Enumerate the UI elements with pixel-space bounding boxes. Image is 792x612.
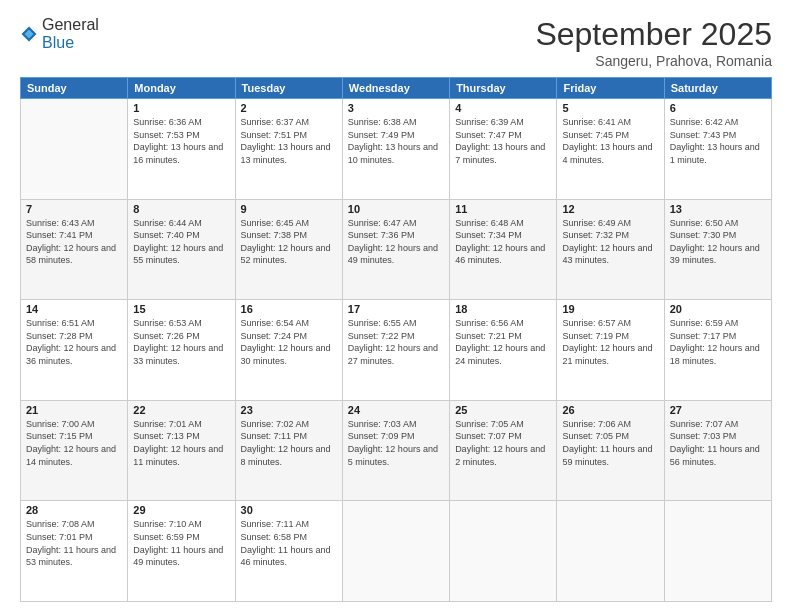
day-cell: 29Sunrise: 7:10 AMSunset: 6:59 PMDayligh… [128, 501, 235, 602]
day-number: 13 [670, 203, 766, 215]
day-detail: Sunrise: 6:56 AMSunset: 7:21 PMDaylight:… [455, 317, 551, 367]
day-number: 5 [562, 102, 658, 114]
page: General Blue September 2025 Sangeru, Pra… [0, 0, 792, 612]
day-cell: 13Sunrise: 6:50 AMSunset: 7:30 PMDayligh… [664, 199, 771, 300]
day-detail: Sunrise: 7:00 AMSunset: 7:15 PMDaylight:… [26, 418, 122, 468]
day-detail: Sunrise: 6:38 AMSunset: 7:49 PMDaylight:… [348, 116, 444, 166]
day-cell: 9Sunrise: 6:45 AMSunset: 7:38 PMDaylight… [235, 199, 342, 300]
weekday-header-tuesday: Tuesday [235, 78, 342, 99]
day-number: 8 [133, 203, 229, 215]
logo-icon [20, 25, 38, 43]
day-detail: Sunrise: 6:47 AMSunset: 7:36 PMDaylight:… [348, 217, 444, 267]
day-number: 22 [133, 404, 229, 416]
day-number: 20 [670, 303, 766, 315]
day-cell: 4Sunrise: 6:39 AMSunset: 7:47 PMDaylight… [450, 99, 557, 200]
day-cell: 23Sunrise: 7:02 AMSunset: 7:11 PMDayligh… [235, 400, 342, 501]
day-detail: Sunrise: 6:54 AMSunset: 7:24 PMDaylight:… [241, 317, 337, 367]
weekday-header-thursday: Thursday [450, 78, 557, 99]
day-detail: Sunrise: 7:03 AMSunset: 7:09 PMDaylight:… [348, 418, 444, 468]
day-number: 17 [348, 303, 444, 315]
day-number: 21 [26, 404, 122, 416]
day-number: 1 [133, 102, 229, 114]
logo-text: General Blue [42, 16, 99, 52]
day-cell: 3Sunrise: 6:38 AMSunset: 7:49 PMDaylight… [342, 99, 449, 200]
day-cell: 27Sunrise: 7:07 AMSunset: 7:03 PMDayligh… [664, 400, 771, 501]
day-cell: 19Sunrise: 6:57 AMSunset: 7:19 PMDayligh… [557, 300, 664, 401]
day-detail: Sunrise: 7:02 AMSunset: 7:11 PMDaylight:… [241, 418, 337, 468]
month-title: September 2025 [535, 16, 772, 53]
day-cell: 24Sunrise: 7:03 AMSunset: 7:09 PMDayligh… [342, 400, 449, 501]
day-number: 10 [348, 203, 444, 215]
weekday-header-friday: Friday [557, 78, 664, 99]
title-block: September 2025 Sangeru, Prahova, Romania [535, 16, 772, 69]
header: General Blue September 2025 Sangeru, Pra… [20, 16, 772, 69]
day-number: 9 [241, 203, 337, 215]
day-detail: Sunrise: 6:41 AMSunset: 7:45 PMDaylight:… [562, 116, 658, 166]
day-detail: Sunrise: 7:05 AMSunset: 7:07 PMDaylight:… [455, 418, 551, 468]
day-cell: 22Sunrise: 7:01 AMSunset: 7:13 PMDayligh… [128, 400, 235, 501]
logo-general: General [42, 16, 99, 33]
weekday-header-monday: Monday [128, 78, 235, 99]
day-number: 24 [348, 404, 444, 416]
day-number: 12 [562, 203, 658, 215]
day-detail: Sunrise: 6:50 AMSunset: 7:30 PMDaylight:… [670, 217, 766, 267]
day-cell: 11Sunrise: 6:48 AMSunset: 7:34 PMDayligh… [450, 199, 557, 300]
day-cell: 30Sunrise: 7:11 AMSunset: 6:58 PMDayligh… [235, 501, 342, 602]
day-number: 27 [670, 404, 766, 416]
day-detail: Sunrise: 7:06 AMSunset: 7:05 PMDaylight:… [562, 418, 658, 468]
day-detail: Sunrise: 6:42 AMSunset: 7:43 PMDaylight:… [670, 116, 766, 166]
day-cell: 20Sunrise: 6:59 AMSunset: 7:17 PMDayligh… [664, 300, 771, 401]
weekday-header-wednesday: Wednesday [342, 78, 449, 99]
day-detail: Sunrise: 6:39 AMSunset: 7:47 PMDaylight:… [455, 116, 551, 166]
day-cell: 14Sunrise: 6:51 AMSunset: 7:28 PMDayligh… [21, 300, 128, 401]
week-row-4: 21Sunrise: 7:00 AMSunset: 7:15 PMDayligh… [21, 400, 772, 501]
week-row-1: 1Sunrise: 6:36 AMSunset: 7:53 PMDaylight… [21, 99, 772, 200]
calendar-table: SundayMondayTuesdayWednesdayThursdayFrid… [20, 77, 772, 602]
day-cell: 16Sunrise: 6:54 AMSunset: 7:24 PMDayligh… [235, 300, 342, 401]
day-cell: 18Sunrise: 6:56 AMSunset: 7:21 PMDayligh… [450, 300, 557, 401]
weekday-header-saturday: Saturday [664, 78, 771, 99]
logo: General Blue [20, 16, 99, 52]
day-cell: 26Sunrise: 7:06 AMSunset: 7:05 PMDayligh… [557, 400, 664, 501]
day-detail: Sunrise: 7:10 AMSunset: 6:59 PMDaylight:… [133, 518, 229, 568]
logo-blue: Blue [42, 34, 74, 51]
day-number: 4 [455, 102, 551, 114]
weekday-header-sunday: Sunday [21, 78, 128, 99]
day-detail: Sunrise: 6:37 AMSunset: 7:51 PMDaylight:… [241, 116, 337, 166]
day-cell [21, 99, 128, 200]
day-detail: Sunrise: 7:01 AMSunset: 7:13 PMDaylight:… [133, 418, 229, 468]
day-cell: 21Sunrise: 7:00 AMSunset: 7:15 PMDayligh… [21, 400, 128, 501]
week-row-5: 28Sunrise: 7:08 AMSunset: 7:01 PMDayligh… [21, 501, 772, 602]
day-detail: Sunrise: 6:53 AMSunset: 7:26 PMDaylight:… [133, 317, 229, 367]
day-number: 15 [133, 303, 229, 315]
day-cell: 10Sunrise: 6:47 AMSunset: 7:36 PMDayligh… [342, 199, 449, 300]
day-detail: Sunrise: 6:45 AMSunset: 7:38 PMDaylight:… [241, 217, 337, 267]
day-number: 2 [241, 102, 337, 114]
day-number: 14 [26, 303, 122, 315]
day-detail: Sunrise: 6:44 AMSunset: 7:40 PMDaylight:… [133, 217, 229, 267]
day-detail: Sunrise: 6:48 AMSunset: 7:34 PMDaylight:… [455, 217, 551, 267]
day-cell: 1Sunrise: 6:36 AMSunset: 7:53 PMDaylight… [128, 99, 235, 200]
day-cell: 6Sunrise: 6:42 AMSunset: 7:43 PMDaylight… [664, 99, 771, 200]
day-cell [342, 501, 449, 602]
day-detail: Sunrise: 7:11 AMSunset: 6:58 PMDaylight:… [241, 518, 337, 568]
day-cell: 28Sunrise: 7:08 AMSunset: 7:01 PMDayligh… [21, 501, 128, 602]
weekday-header-row: SundayMondayTuesdayWednesdayThursdayFrid… [21, 78, 772, 99]
day-cell: 5Sunrise: 6:41 AMSunset: 7:45 PMDaylight… [557, 99, 664, 200]
location-subtitle: Sangeru, Prahova, Romania [535, 53, 772, 69]
day-number: 7 [26, 203, 122, 215]
day-number: 26 [562, 404, 658, 416]
day-detail: Sunrise: 7:07 AMSunset: 7:03 PMDaylight:… [670, 418, 766, 468]
day-cell: 2Sunrise: 6:37 AMSunset: 7:51 PMDaylight… [235, 99, 342, 200]
day-detail: Sunrise: 6:43 AMSunset: 7:41 PMDaylight:… [26, 217, 122, 267]
day-number: 25 [455, 404, 551, 416]
day-cell: 15Sunrise: 6:53 AMSunset: 7:26 PMDayligh… [128, 300, 235, 401]
day-cell [664, 501, 771, 602]
day-cell: 12Sunrise: 6:49 AMSunset: 7:32 PMDayligh… [557, 199, 664, 300]
day-cell: 25Sunrise: 7:05 AMSunset: 7:07 PMDayligh… [450, 400, 557, 501]
day-number: 30 [241, 504, 337, 516]
day-detail: Sunrise: 7:08 AMSunset: 7:01 PMDaylight:… [26, 518, 122, 568]
day-cell [557, 501, 664, 602]
day-cell: 7Sunrise: 6:43 AMSunset: 7:41 PMDaylight… [21, 199, 128, 300]
day-number: 3 [348, 102, 444, 114]
